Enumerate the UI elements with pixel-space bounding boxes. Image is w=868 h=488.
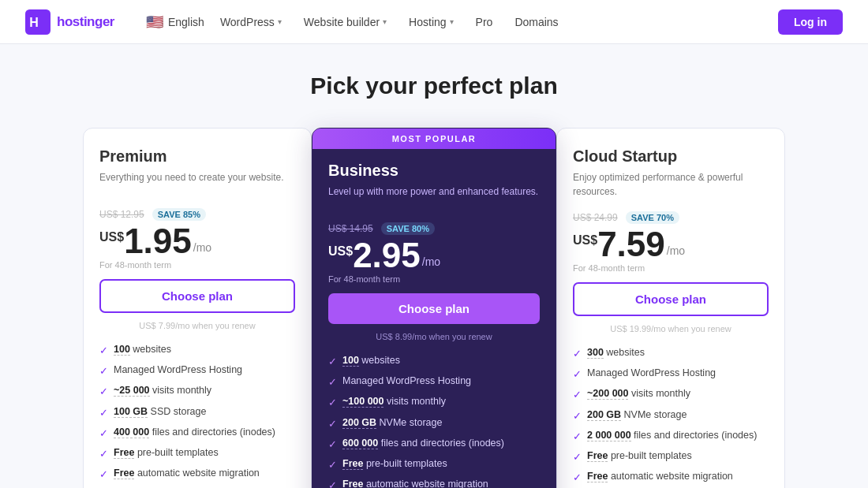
nav-item-label: WordPress xyxy=(220,16,275,28)
price-period: For 48-month term xyxy=(573,263,769,273)
feature-bold: 300 xyxy=(587,347,604,359)
plan-card-premium: PremiumEverything you need to create you… xyxy=(83,128,312,488)
plan-card-business: MOST POPULARBusinessLevel up with more p… xyxy=(312,128,556,488)
feature-bold: Free xyxy=(587,471,608,482)
price-block: US$ 2.95 /mo xyxy=(328,238,540,273)
price-period: For 48-month term xyxy=(328,274,540,284)
feature-text: Free pre-built templates xyxy=(342,457,447,471)
feature-text: Managed WordPress Hosting xyxy=(342,374,471,389)
navigation: H hostinger 🇺🇸 English WordPress▾Website… xyxy=(0,0,868,44)
feature-text: ~200 000 visits monthly xyxy=(587,387,690,401)
feature-item: ✓ 100 GB SSD storage xyxy=(99,405,295,420)
save-badge: SAVE 85% xyxy=(152,208,206,221)
feature-text: 100 websites xyxy=(114,343,171,357)
price-main: 7.59 xyxy=(597,227,665,262)
checkmark-icon: ✓ xyxy=(573,471,582,485)
feature-item: ✓ Free automatic website migration xyxy=(573,470,769,485)
feature-item: ✓ Free pre-built templates xyxy=(328,457,540,472)
login-link[interactable]: Log in xyxy=(778,9,843,35)
price-block: US$ 1.95 /mo xyxy=(99,224,295,259)
checkmark-icon: ✓ xyxy=(99,447,108,461)
feature-text: Free automatic website migration xyxy=(342,478,488,488)
plan-description: Level up with more power and enhanced fe… xyxy=(328,184,540,210)
checkmark-icon: ✓ xyxy=(99,427,108,441)
renew-price: US$ 7.99/mo when you renew xyxy=(99,321,295,330)
save-badge: SAVE 70% xyxy=(626,211,679,224)
checkmark-icon: ✓ xyxy=(573,450,582,464)
feature-text: 100 GB SSD storage xyxy=(114,405,206,419)
feature-item: ✓ Free automatic website migration xyxy=(328,478,540,488)
feature-text: Free pre-built templates xyxy=(587,449,692,464)
feature-bold: 100 GB xyxy=(114,406,148,418)
choose-plan-button[interactable]: Choose plan xyxy=(99,279,295,313)
price-main: 2.95 xyxy=(353,238,421,273)
checkmark-icon: ✓ xyxy=(328,417,337,431)
pricing-row: US$ 12.95 SAVE 85% xyxy=(99,208,295,221)
renew-price: US$ 8.99/mo when you renew xyxy=(328,332,540,341)
checkmark-icon: ✓ xyxy=(573,409,582,423)
feature-item: ✓ 400 000 files and directories (inodes) xyxy=(99,426,295,441)
feature-text: 200 GB NVMe storage xyxy=(342,416,442,430)
language-selector[interactable]: 🇺🇸 English xyxy=(140,9,211,35)
feature-bold: ~200 000 xyxy=(587,388,628,400)
nav-item-label: Pro xyxy=(476,16,493,28)
feature-bold: 100 xyxy=(342,355,359,367)
nav-item-hosting[interactable]: Hosting▾ xyxy=(399,11,462,33)
choose-plan-button[interactable]: Choose plan xyxy=(328,293,540,324)
feature-text: 200 GB NVMe storage xyxy=(587,408,687,423)
nav-right: Log in xyxy=(778,9,843,35)
nav-menu: WordPress▾Website builder▾Hosting▾ProDom… xyxy=(211,11,778,33)
logo-text: hostinger xyxy=(57,14,114,30)
nav-item-domains[interactable]: Domains xyxy=(505,11,567,33)
chevron-down-icon: ▾ xyxy=(278,17,282,26)
checkmark-icon: ✓ xyxy=(328,458,337,472)
feature-item: ✓ 200 GB NVMe storage xyxy=(328,416,540,431)
feature-text: 2 000 000 files and directories (inodes) xyxy=(587,429,757,443)
feature-bold: 2 000 000 xyxy=(587,430,631,441)
checkmark-icon: ✓ xyxy=(99,406,108,420)
feature-text: 600 000 files and directories (inodes) xyxy=(342,437,504,451)
checkmark-icon: ✓ xyxy=(99,344,108,358)
logo[interactable]: H hostinger xyxy=(25,9,114,35)
nav-item-website-builder[interactable]: Website builder▾ xyxy=(294,11,396,33)
svg-text:H: H xyxy=(29,16,39,29)
chevron-down-icon: ▾ xyxy=(383,17,387,26)
feature-bold: ~25 000 xyxy=(114,385,150,397)
nav-item-pro[interactable]: Pro xyxy=(466,11,503,33)
feature-item: ✓ ~200 000 visits monthly xyxy=(573,387,769,402)
feature-bold: 400 000 xyxy=(114,427,149,438)
original-price: US$ 24.99 xyxy=(573,212,618,223)
page-title: Pick your perfect plan xyxy=(19,73,849,99)
features-list: ✓ 300 websites ✓ Managed WordPress Hosti… xyxy=(573,346,769,488)
price-suffix: /mo xyxy=(193,241,211,254)
choose-plan-button[interactable]: Choose plan xyxy=(573,282,769,316)
feature-item: ✓ Free pre-built templates xyxy=(573,449,769,464)
feature-bold: 200 GB xyxy=(587,409,621,421)
checkmark-icon: ✓ xyxy=(573,430,582,444)
feature-text: ~25 000 visits monthly xyxy=(114,384,211,398)
checkmark-icon: ✓ xyxy=(573,347,582,361)
feature-item: ✓ 300 websites xyxy=(573,346,769,361)
feature-text: 400 000 files and directories (inodes) xyxy=(114,426,275,440)
feature-item: ✓ ~100 000 visits monthly xyxy=(328,395,540,410)
feature-text: Free automatic website migration xyxy=(587,470,733,484)
pricing-row: US$ 24.99 SAVE 70% xyxy=(573,211,769,224)
price-currency: US$ xyxy=(573,233,597,248)
plan-name: Cloud Startup xyxy=(573,147,769,166)
checkmark-icon: ✓ xyxy=(99,468,108,482)
plan-description: Enjoy optimized performance & powerful r… xyxy=(573,170,769,199)
nav-item-wordpress[interactable]: WordPress▾ xyxy=(211,11,291,33)
hostinger-logo-icon: H xyxy=(25,9,51,35)
plan-name: Premium xyxy=(99,147,295,166)
feature-bold: Free xyxy=(342,458,363,470)
checkmark-icon: ✓ xyxy=(328,355,337,369)
pricing-row: US$ 14.95 SAVE 80% xyxy=(328,222,540,235)
checkmark-icon: ✓ xyxy=(328,375,337,389)
feature-text: ~100 000 visits monthly xyxy=(342,395,446,409)
price-main: 1.95 xyxy=(124,224,192,259)
plans-container: PremiumEverything you need to create you… xyxy=(19,128,849,488)
feature-bold: 600 000 xyxy=(342,438,378,449)
feature-item: ✓ Free pre-built templates xyxy=(99,446,295,461)
save-badge: SAVE 80% xyxy=(381,222,435,235)
price-period: For 48-month term xyxy=(99,260,295,270)
